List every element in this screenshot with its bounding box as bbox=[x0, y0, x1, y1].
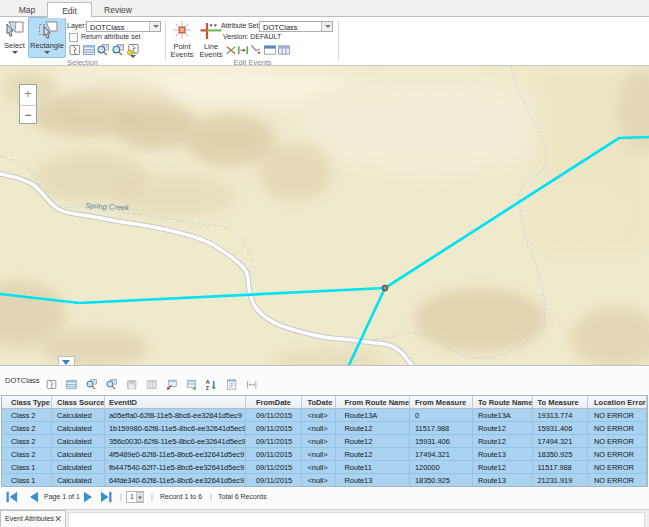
svg-text:Z: Z bbox=[206, 385, 210, 390]
